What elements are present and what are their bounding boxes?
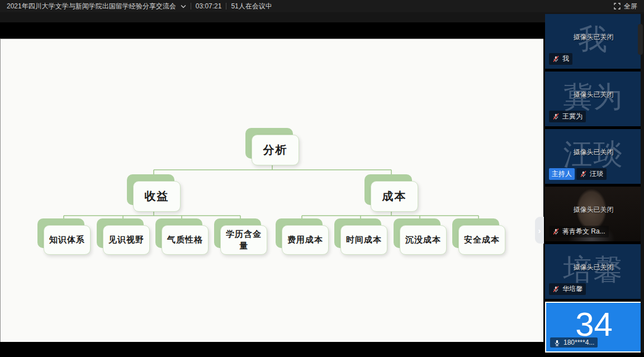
participant-tile-me[interactable]: 我 摄像头已关闭 我 [545, 14, 642, 69]
mindmap-leaf-node: 学历含金量 [214, 218, 261, 248]
mindmap-leaf-node: 费用成本 [276, 218, 323, 248]
participant-name: 王冀为 [562, 112, 583, 121]
mindmap-leaf-node: 见识视野 [97, 218, 144, 248]
node-label: 时间成本 [340, 225, 387, 255]
participants-sidebar: 我 摄像头已关闭 我 冀为 摄像头已关闭 王冀为 汪琰 摄像头已关闭 [545, 14, 644, 357]
node-label: 安全成本 [458, 225, 505, 255]
meeting-title: 2021年四川大学文学与新闻学院出国留学经验分享交流会 [7, 2, 176, 11]
node-label: 知识体系 [44, 225, 91, 255]
mic-on-icon [553, 339, 561, 346]
screenshare-canvas: 分析 收益 成本 知识体系 见识视野 气质性格 学历含金量 费用成本 [0, 39, 543, 342]
meeting-window: 2021年四川大学文学与新闻学院出国留学经验分享交流会 03:07:21 51人… [0, 0, 644, 357]
camera-off-text: 摄像头已关闭 [545, 90, 642, 99]
participant-tile-speaking[interactable]: 34 180****4... [545, 302, 643, 353]
participant-name: 华培馨 [562, 284, 583, 294]
node-label: 见识视野 [103, 225, 150, 255]
mic-muted-icon [580, 170, 587, 178]
fullscreen-icon [614, 3, 621, 9]
mindmap-branch-node: 成本 [364, 174, 412, 205]
mindmap-leaf-node: 沉没成本 [394, 218, 441, 248]
participant-name-pill: 王冀为 [549, 111, 586, 122]
participant-tile-video[interactable]: 摄像头已关闭 蒋青希文 Ra... [545, 187, 642, 241]
node-label: 分析 [252, 135, 299, 165]
camera-off-text: 摄像头已关闭 [545, 147, 642, 157]
node-label: 收益 [133, 181, 181, 212]
camera-off-text: 摄像头已关闭 [545, 205, 642, 215]
participant-name: 我 [562, 54, 569, 64]
mindmap-leaf-node: 知识体系 [37, 218, 84, 248]
mindmap-branch-node: 收益 [127, 174, 174, 205]
participant-tile[interactable]: 冀为 摄像头已关闭 王冀为 [545, 72, 642, 126]
camera-off-text: 摄像头已关闭 [545, 263, 642, 272]
participant-name-pill: 华培馨 [549, 283, 586, 295]
sidebar-scrollbar-thumb[interactable] [638, 24, 643, 55]
participant-tile-host[interactable]: 汪琰 摄像头已关闭 主持人 汪琰 [545, 129, 642, 184]
participant-name-pill: 180****4... [550, 337, 598, 348]
mic-muted-icon [552, 228, 560, 235]
node-label: 成本 [371, 181, 418, 212]
participant-name-pill: 蒋青希文 Ra... [549, 226, 609, 237]
topbar-divider [226, 3, 226, 9]
mic-muted-icon [552, 113, 560, 120]
meeting-timer: 03:07:21 [196, 2, 222, 10]
participant-name-pill: 汪琰 [576, 168, 607, 180]
node-label: 气质性格 [162, 225, 209, 255]
mindmap-root-node: 分析 [245, 128, 293, 159]
participant-tile[interactable]: 培馨 摄像头已关闭 华培馨 [545, 244, 642, 299]
host-badge: 主持人 [549, 168, 575, 180]
mindmap-leaf-node: 安全成本 [452, 218, 499, 248]
node-label: 费用成本 [282, 225, 329, 255]
meeting-topbar: 2021年四川大学文学与新闻学院出国留学经验分享交流会 03:07:21 51人… [0, 0, 644, 12]
participant-name: 蒋青希文 Ra... [562, 227, 605, 236]
mic-muted-icon [552, 285, 560, 293]
chevron-down-icon[interactable] [181, 4, 186, 8]
participant-name-pill: 我 [549, 53, 572, 65]
participant-name: 汪琰 [590, 169, 603, 179]
fullscreen-label: 全屏 [624, 2, 637, 11]
fullscreen-button[interactable]: 全屏 [614, 2, 637, 11]
node-label: 学历含金量 [220, 225, 267, 255]
mindmap-connectors [1, 39, 544, 342]
camera-off-text: 摄像头已关闭 [545, 32, 642, 42]
node-label: 沉没成本 [400, 225, 447, 255]
topbar-divider [191, 3, 191, 9]
mic-muted-icon [552, 55, 560, 63]
sidebar-collapse-handle[interactable]: › [535, 217, 544, 244]
mindmap-leaf-node: 时间成本 [334, 218, 381, 248]
participant-name: 180****4... [564, 339, 594, 346]
participant-count: 51人在会议中 [231, 2, 272, 11]
sidebar-scrollbar-track[interactable] [641, 14, 644, 353]
mindmap-leaf-node: 气质性格 [155, 218, 202, 248]
